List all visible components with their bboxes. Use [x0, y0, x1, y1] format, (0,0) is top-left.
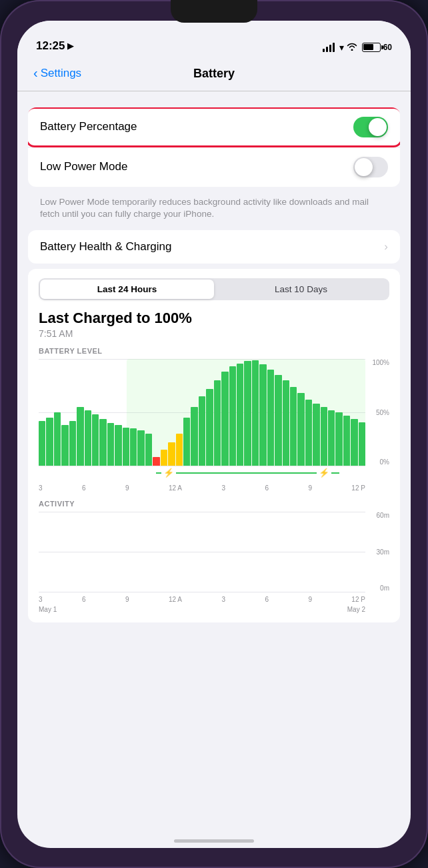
- bar-34-green: [290, 387, 297, 466]
- back-chevron-icon: ‹: [33, 65, 38, 81]
- activity-bars: [39, 512, 365, 592]
- low-power-mode-row[interactable]: Low Power Mode: [28, 147, 400, 187]
- battery-indicator: 60: [362, 43, 392, 52]
- bar-33-green: [283, 380, 289, 466]
- x-label-6pm: 6: [265, 484, 269, 492]
- battery-health-group: Battery Health & Charging ›: [28, 230, 400, 264]
- bar-42-green: [351, 419, 357, 466]
- low-power-description: Low Power Mode temporarily reduces backg…: [28, 192, 400, 231]
- act-bar-31: [267, 591, 274, 592]
- act-x-3: 3: [39, 596, 43, 603]
- battery-percentage-label: Battery Percentage: [40, 120, 137, 133]
- bar-30-green: [259, 364, 266, 466]
- date-label-2: May 2: [347, 606, 365, 613]
- activity-chart: 60m 30m 0m: [39, 512, 389, 592]
- charging-bolt-2: ⚡: [319, 468, 329, 478]
- bar-43-green: [359, 422, 365, 466]
- activity-label: ACTIVITY: [39, 500, 389, 508]
- date-label-1: May 1: [39, 606, 57, 613]
- act-x-9pm: 9: [308, 596, 312, 603]
- location-icon: ▶: [67, 41, 73, 51]
- bar-24-green: [214, 380, 221, 466]
- bar-22-green: [199, 396, 205, 466]
- bar-17-yellow: [161, 450, 167, 466]
- x-label-9: 9: [125, 484, 129, 492]
- battery-body: [362, 43, 381, 52]
- bar-11: [115, 425, 121, 466]
- phone-frame: 12:25 ▶ ▾: [0, 0, 428, 868]
- act-x-12p: 12 P: [351, 596, 365, 603]
- battery-health-row[interactable]: Battery Health & Charging ›: [28, 230, 400, 264]
- act-y-0m: 0m: [380, 584, 389, 592]
- bar-40-green: [335, 412, 342, 466]
- x-labels-activity: 3 6 9 12 A 3 6 9 12 P: [39, 596, 389, 603]
- bar-35-green: [297, 393, 304, 466]
- bar-13: [130, 428, 137, 466]
- bar-12: [123, 428, 129, 466]
- bar-41-green: [343, 416, 350, 466]
- tab-24-hours[interactable]: Last 24 Hours: [40, 280, 214, 299]
- x-label-3pm: 3: [221, 484, 225, 492]
- date-labels: May 1 May 2: [39, 606, 389, 613]
- act-x-3pm: 3: [221, 596, 225, 603]
- act-y-30m: 30m: [377, 548, 389, 556]
- battery-percentage-toggle[interactable]: [353, 117, 388, 137]
- bar-18-yellow: [168, 442, 175, 466]
- time-tabs: Last 24 Hours Last 10 Days: [39, 278, 389, 300]
- y-label-50: 50%: [376, 409, 389, 416]
- activity-chart-area: [39, 512, 365, 592]
- charged-title: Last Charged to 100%: [39, 310, 389, 327]
- status-icons: ▾ 60: [323, 42, 392, 53]
- act-x-9: 9: [125, 596, 129, 603]
- act-y-60m: 60m: [377, 512, 389, 519]
- page-title: Battery: [193, 67, 235, 81]
- bar-5: [69, 421, 76, 466]
- low-power-mode-toggle[interactable]: [353, 157, 388, 177]
- x-label-3: 3: [39, 484, 43, 492]
- x-label-6: 6: [82, 484, 86, 492]
- bar-8: [92, 414, 99, 466]
- bar-29-green: [252, 360, 259, 466]
- bar-2: [46, 418, 53, 466]
- phone-screen: 12:25 ▶ ▾: [17, 21, 411, 848]
- charging-bolt-1: ⚡: [163, 468, 174, 478]
- bar-6: [77, 407, 83, 466]
- signal-bar-1: [323, 49, 325, 52]
- wifi-icon: ▾: [339, 42, 357, 53]
- chart-y-labels: 100% 50% 0%: [372, 359, 389, 466]
- act-bar-16: [153, 591, 159, 592]
- back-button[interactable]: ‹ Settings: [33, 66, 81, 81]
- nav-bar: ‹ Settings Battery: [17, 57, 411, 91]
- bar-39-green: [328, 410, 335, 466]
- signal-bars: [323, 43, 335, 52]
- battery-chart-section: Last 24 Hours Last 10 Days Last Charged …: [28, 269, 400, 622]
- act-x-6: 6: [82, 596, 86, 603]
- bar-1: [39, 421, 45, 466]
- signal-bar-3: [329, 45, 331, 52]
- bar-10: [107, 423, 114, 466]
- charged-time: 7:51 AM: [39, 328, 389, 339]
- charging-line-right: [331, 472, 339, 474]
- bar-37-green: [313, 404, 319, 466]
- bar-36-green: [305, 400, 312, 466]
- bars-container: [39, 359, 365, 466]
- bar-15: [145, 434, 152, 466]
- act-bar-30: [259, 591, 266, 592]
- battery-percentage-row[interactable]: Battery Percentage: [28, 107, 400, 147]
- bar-9: [99, 419, 106, 466]
- bar-19-yellow: [176, 434, 183, 466]
- notch: [171, 0, 257, 23]
- status-time: 12:25 ▶: [36, 39, 73, 53]
- time-display: 12:25: [36, 39, 65, 53]
- act-bar-23: [206, 591, 213, 592]
- content-area: Battery Percentage Low Power Mode Low Po…: [17, 91, 411, 639]
- y-label-0: 0%: [380, 458, 389, 466]
- bar-32-green: [275, 375, 281, 466]
- grid-line-0: [39, 466, 365, 466]
- bar-16-red: [153, 457, 159, 466]
- act-bar-3: [54, 591, 61, 592]
- y-label-100: 100%: [372, 359, 389, 366]
- act-grid-bot: [39, 592, 365, 592]
- tab-10-days[interactable]: Last 10 Days: [214, 280, 388, 299]
- battery-percent-text: 60: [383, 43, 392, 52]
